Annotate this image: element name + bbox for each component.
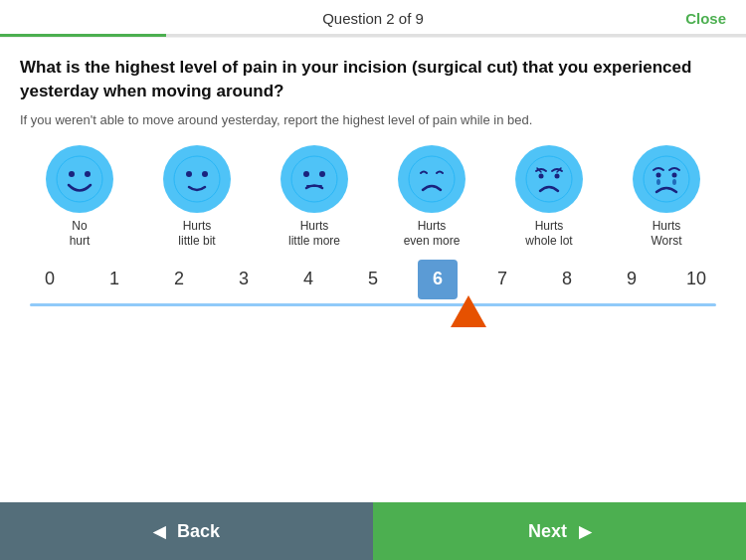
number-3[interactable]: 3 — [224, 260, 264, 299]
svg-point-1 — [69, 171, 75, 177]
svg-point-4 — [186, 171, 192, 177]
number-2[interactable]: 2 — [159, 260, 199, 299]
face-label-hurts-little-more: Hurtslittle more — [288, 219, 340, 250]
header: Question 2 of 9 Close — [0, 0, 746, 38]
face-hurts-worst[interactable]: HurtsWorst — [612, 145, 721, 250]
next-button[interactable]: Next ▶ — [373, 502, 746, 560]
svg-point-15 — [656, 172, 661, 177]
number-8[interactable]: 8 — [547, 260, 587, 299]
svg-point-10 — [409, 156, 455, 202]
svg-point-5 — [202, 171, 208, 177]
number-7[interactable]: 7 — [482, 260, 522, 299]
faces-row: Nohurt Hurtslittle bit — [20, 145, 726, 250]
next-arrow-icon: ▶ — [579, 522, 591, 541]
face-label-no-hurt: Nohurt — [70, 219, 91, 250]
face-label-hurts-worst: HurtsWorst — [651, 219, 681, 250]
svg-point-17 — [656, 179, 660, 185]
svg-point-13 — [555, 173, 560, 178]
svg-point-12 — [539, 173, 544, 178]
svg-point-11 — [526, 156, 572, 202]
no-hurt-icon — [55, 154, 104, 204]
back-button[interactable]: ◀ Back — [0, 502, 373, 560]
svg-point-14 — [644, 156, 689, 202]
hurts-little-more-icon — [289, 154, 339, 204]
back-arrow-icon: ◀ — [153, 522, 165, 541]
main-content: What is the highest level of pain in you… — [0, 38, 746, 502]
face-circle-no-hurt — [46, 145, 113, 213]
face-hurts-whole-lot[interactable]: Hurtswhole lot — [494, 145, 604, 250]
number-5[interactable]: 5 — [353, 260, 393, 299]
close-button[interactable]: Close — [685, 10, 726, 27]
face-label-hurts-little-bit: Hurtslittle bit — [178, 219, 215, 250]
question-counter: Question 2 of 9 — [322, 10, 424, 27]
face-circle-hurts-little-bit — [163, 145, 231, 213]
hurts-worst-icon — [642, 154, 691, 204]
face-label-hurts-whole-lot: Hurtswhole lot — [525, 219, 572, 250]
face-hurts-even-more[interactable]: Hurtseven more — [377, 145, 486, 250]
number-10[interactable]: 10 — [676, 260, 716, 299]
sub-text: If you weren't able to move around yeste… — [20, 111, 726, 129]
hurts-even-more-icon — [407, 154, 457, 204]
number-4[interactable]: 4 — [288, 260, 328, 299]
face-hurts-little-bit[interactable]: Hurtslittle bit — [142, 145, 252, 250]
hurts-little-bit-icon — [172, 154, 222, 204]
svg-point-7 — [303, 171, 309, 177]
progress-bar — [0, 34, 166, 37]
svg-point-6 — [291, 156, 337, 202]
svg-point-16 — [672, 172, 677, 177]
numbers-row: 012345678910 — [20, 260, 726, 299]
question-text: What is the highest level of pain in you… — [20, 56, 726, 103]
next-label: Next — [528, 521, 567, 542]
face-circle-hurts-little-more — [280, 145, 348, 213]
number-1[interactable]: 1 — [94, 260, 134, 299]
number-6[interactable]: 6 — [418, 260, 458, 299]
face-no-hurt[interactable]: Nohurt — [25, 145, 134, 250]
svg-point-8 — [319, 171, 325, 177]
hurts-whole-lot-icon — [524, 154, 574, 204]
footer: ◀ Back Next ▶ — [0, 502, 746, 560]
slider-track — [30, 303, 716, 306]
slider-arrow — [451, 295, 486, 327]
number-9[interactable]: 9 — [612, 260, 652, 299]
svg-point-2 — [85, 171, 91, 177]
progress-bar-container — [0, 34, 746, 37]
face-circle-hurts-worst — [633, 145, 700, 213]
number-0[interactable]: 0 — [30, 260, 70, 299]
face-circle-hurts-even-more — [398, 145, 466, 213]
back-label: Back — [177, 521, 220, 542]
svg-point-0 — [57, 156, 102, 202]
svg-point-18 — [672, 179, 676, 185]
face-label-hurts-even-more: Hurtseven more — [404, 219, 461, 250]
svg-point-3 — [174, 156, 220, 202]
face-circle-hurts-whole-lot — [515, 145, 583, 213]
face-hurts-little-more[interactable]: Hurtslittle more — [260, 145, 369, 250]
slider-area[interactable] — [20, 303, 726, 306]
